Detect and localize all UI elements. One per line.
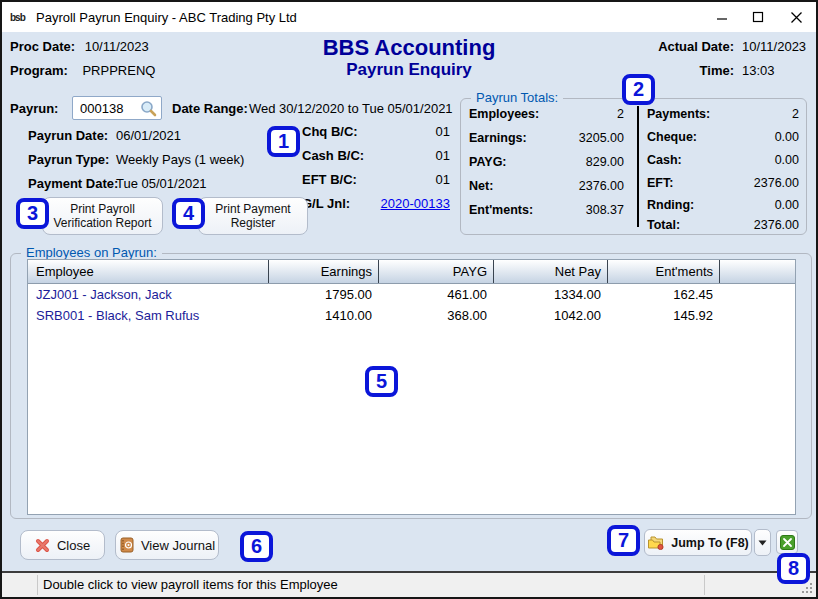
- totals-row-employees: Employees: 2: [469, 107, 624, 122]
- row-employee-name[interactable]: JZJ001 - Jackson, Jack: [28, 287, 269, 302]
- totals-row-entments: Ent'ments: 308.37: [469, 203, 624, 218]
- row-employee-name[interactable]: SRB001 - Black, Sam Rufus: [28, 308, 269, 323]
- resize-grip-icon[interactable]: [802, 583, 814, 595]
- table-row[interactable]: JZJ001 - Jackson, Jack 1795.00 461.00 13…: [28, 284, 795, 305]
- payrun-totals-title: Payrun Totals:: [471, 90, 563, 105]
- payments-value: 2: [723, 107, 799, 121]
- column-header-net-pay[interactable]: Net Pay: [494, 260, 608, 283]
- cash-label: Cash:: [647, 153, 682, 167]
- totals-row-payg: PAYG: 829.00: [469, 155, 624, 170]
- eft-bc-value: 01: [382, 172, 450, 187]
- chq-bc-value: 01: [382, 124, 450, 139]
- row-payg: 461.00: [379, 287, 494, 302]
- payment-date-label: Payment Date:: [28, 176, 118, 191]
- row-net-pay: 1334.00: [494, 287, 608, 302]
- date-range-label: Date Range:: [172, 101, 248, 116]
- row-earnings: 1410.00: [269, 308, 379, 323]
- column-header-entments[interactable]: Ent'ments: [608, 260, 720, 283]
- view-journal-label: View Journal: [141, 538, 215, 553]
- totals-row-payments: Payments: 2: [647, 107, 799, 122]
- entments-value: 308.37: [551, 203, 624, 217]
- payrun-totals-groupbox: Payrun Totals: Employees: 2 Earnings: 32…: [460, 98, 807, 235]
- maximize-button[interactable]: [740, 2, 776, 32]
- payment-date-value: Tue 05/01/2021: [116, 176, 207, 191]
- earnings-value: 3205.00: [551, 131, 624, 145]
- eft-value: 2376.00: [723, 176, 799, 190]
- excel-icon: [780, 535, 795, 550]
- eft-bc-label: EFT B/C:: [302, 172, 357, 187]
- totals-row-cash: Cash: 0.00: [647, 153, 799, 168]
- actual-date-label: Actual Date:: [658, 39, 734, 54]
- total-value: 2376.00: [723, 218, 799, 232]
- time-label: Time:: [700, 63, 734, 78]
- cash-value: 0.00: [723, 153, 799, 167]
- payrun-date-value: 06/01/2021: [116, 128, 181, 143]
- cash-bc-value: 01: [382, 148, 450, 163]
- chevron-down-icon: [758, 540, 767, 546]
- row-entments: 162.45: [608, 287, 720, 302]
- maximize-icon: [752, 11, 764, 23]
- time-value: 13:03: [742, 63, 806, 78]
- close-button[interactable]: Close: [20, 530, 105, 560]
- window-title: Payroll Payrun Enquiry - ABC Trading Pty…: [36, 10, 297, 25]
- employees-table-header: Employee Earnings PAYG Net Pay Ent'ments: [28, 260, 795, 284]
- totals-row-rnding: Rnding: 0.00: [647, 198, 799, 213]
- cash-bc-label: Cash B/C:: [302, 148, 364, 163]
- employees-on-payrun-groupbox: Employees on Payrun: Employee Earnings P…: [10, 253, 812, 519]
- totals-row-cheque: Cheque: 0.00: [647, 130, 799, 145]
- row-payg: 368.00: [379, 308, 494, 323]
- totals-row-earnings: Earnings: 3205.00: [469, 131, 624, 146]
- search-icon[interactable]: [140, 100, 157, 120]
- status-message: Double click to view payroll items for t…: [43, 577, 338, 592]
- payrun-date-label: Payrun Date:: [28, 128, 108, 143]
- payrun-label: Payrun:: [10, 101, 58, 116]
- title-bar: bsb Payroll Payrun Enquiry - ABC Trading…: [2, 2, 816, 32]
- date-range-value: Wed 30/12/2020 to Tue 05/01/2021: [249, 101, 453, 116]
- eft-label: EFT:: [647, 176, 673, 190]
- payments-label: Payments:: [647, 107, 710, 121]
- total-label: Total:: [647, 218, 680, 232]
- callout-6: 6: [240, 531, 273, 562]
- row-earnings: 1795.00: [269, 287, 379, 302]
- minimize-button[interactable]: [704, 2, 740, 32]
- callout-4: 4: [172, 198, 205, 229]
- payrun-type-value: Weekly Pays (1 week): [116, 152, 244, 167]
- journal-book-icon: [119, 537, 134, 553]
- actual-date-value: 10/11/2023: [742, 39, 806, 54]
- payroll-payrun-enquiry-window: bsb Payroll Payrun Enquiry - ABC Trading…: [0, 0, 818, 599]
- gl-jnl-link[interactable]: 2020-00133: [362, 196, 450, 211]
- totals-row-total: Total: 2376.00: [647, 218, 799, 233]
- employees-table[interactable]: Employee Earnings PAYG Net Pay Ent'ments…: [27, 259, 796, 515]
- status-bar-divider-right: [704, 575, 705, 595]
- payrun-type-label: Payrun Type:: [28, 152, 109, 167]
- column-header-earnings[interactable]: Earnings: [269, 260, 379, 283]
- callout-8: 8: [777, 553, 810, 584]
- jump-to-dropdown-button[interactable]: [754, 529, 771, 556]
- totals-row-net: Net: 2376.00: [469, 179, 624, 194]
- view-journal-button[interactable]: View Journal: [115, 530, 219, 560]
- close-button-label: Close: [57, 538, 90, 553]
- print-payroll-verification-report-button[interactable]: Print Payroll Verification Report: [42, 197, 163, 235]
- table-row[interactable]: SRB001 - Black, Sam Rufus 1410.00 368.00…: [28, 305, 795, 326]
- print-verification-line1: Print Payroll: [70, 202, 135, 216]
- employees-value: 2: [551, 107, 624, 121]
- column-header-employee[interactable]: Employee: [28, 260, 269, 283]
- jump-to-button[interactable]: Jump To (F8): [644, 529, 752, 556]
- entments-label: Ent'ments:: [469, 203, 533, 217]
- callout-5: 5: [365, 366, 398, 397]
- payg-label: PAYG:: [469, 155, 507, 169]
- actual-date-row: Actual Date: 10/11/2023: [658, 39, 806, 54]
- screen-title: Payrun Enquiry: [2, 60, 816, 80]
- earnings-label: Earnings:: [469, 131, 527, 145]
- close-icon: [790, 11, 803, 24]
- cheque-value: 0.00: [723, 130, 799, 144]
- cheque-label: Cheque:: [647, 130, 697, 144]
- minimize-icon: [716, 11, 728, 23]
- export-to-excel-button[interactable]: [776, 530, 798, 554]
- time-row: Time: 13:03: [700, 63, 806, 78]
- print-payment-register-button[interactable]: Print Payment Register: [198, 197, 308, 235]
- column-header-payg[interactable]: PAYG: [379, 260, 494, 283]
- close-window-button[interactable]: [778, 2, 814, 32]
- print-register-line1: Print Payment: [215, 202, 290, 216]
- status-bar: Double click to view payroll items for t…: [2, 573, 816, 597]
